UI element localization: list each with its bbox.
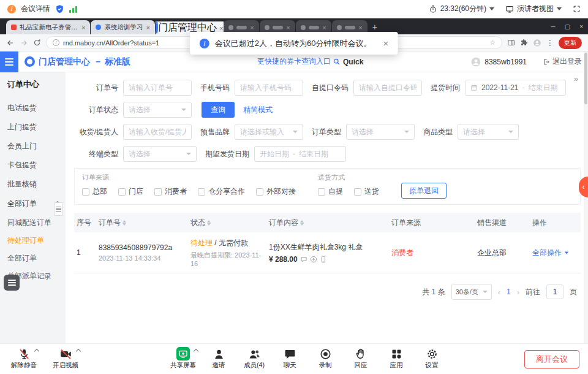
quick-search[interactable]: Quick <box>333 58 363 66</box>
sidebar-item-batch-verify[interactable]: 批量核销 <box>0 175 66 194</box>
profile-avatar[interactable] <box>533 39 541 47</box>
select-placeholder: 请选择 <box>129 105 151 115</box>
tab-close-icon[interactable]: × <box>219 25 223 32</box>
browser-menu-icon[interactable]: ⋮ <box>546 39 554 47</box>
sort-icon[interactable] <box>207 220 211 226</box>
fullscreen-button[interactable] <box>573 5 581 13</box>
sort-icon[interactable] <box>300 220 304 226</box>
goods-type-select[interactable]: 请选择 <box>458 124 519 140</box>
chat-button[interactable]: 聊天 <box>274 347 305 370</box>
forward-button[interactable] <box>20 39 28 47</box>
collapse-panel-icon[interactable]: » <box>574 74 578 83</box>
tab-close-icon[interactable]: × <box>81 24 85 31</box>
site-info-icon[interactable]: i <box>53 39 59 46</box>
sidebar-item-member-visit[interactable]: 会员上门 <box>0 137 66 156</box>
sidebar-item-door-pickup[interactable]: 上门提货 <box>0 118 66 137</box>
next-page-button[interactable]: › <box>517 288 519 297</box>
close-icon[interactable]: × <box>579 23 583 30</box>
source-checkbox-consumer[interactable]: 消费者 <box>154 186 187 197</box>
source-checkbox-external[interactable]: 外部对接 <box>256 186 296 197</box>
tab-close-icon[interactable]: × <box>322 24 326 31</box>
meeting-timer[interactable]: 23:32(60分钟) <box>429 4 494 14</box>
source-checkbox-store[interactable]: 门店 <box>118 186 143 197</box>
sidebar-drag-handle[interactable] <box>54 202 63 216</box>
source-checkbox-hq[interactable]: 总部 <box>82 186 107 197</box>
col-status[interactable]: 状态 <box>188 218 266 228</box>
sidebar-item-phone-pickup[interactable]: 电话提货 <box>0 99 66 118</box>
chrome-update-button[interactable]: 更新 <box>559 37 582 49</box>
view-mode-switch[interactable]: 演讲者视图 <box>505 4 562 14</box>
delivery-checkbox-delivery[interactable]: 送货 <box>354 186 379 197</box>
page-unit: 页 <box>570 287 577 297</box>
invite-button[interactable]: 邀请 <box>203 347 234 370</box>
share-options-caret[interactable] <box>194 349 198 354</box>
source-checkbox-warehouse-share[interactable]: 仓分享合作 <box>198 186 245 197</box>
tab-close-icon[interactable]: × <box>250 24 254 31</box>
view-caret-icon[interactable] <box>557 7 562 10</box>
goto-page-input[interactable] <box>546 284 564 299</box>
sort-icon[interactable] <box>123 220 126 226</box>
pickup-code-input[interactable] <box>353 80 422 96</box>
maximize-icon[interactable]: ▢ <box>565 23 570 30</box>
tab-close-icon[interactable]: × <box>358 24 362 31</box>
user-account[interactable]: 8385wb1991 <box>471 57 527 67</box>
receiver-input[interactable] <box>123 124 192 140</box>
pickup-date-range[interactable]: 2022-11-21 - 结束日期 <box>465 80 566 96</box>
col-content[interactable]: 订单内容 <box>266 218 389 228</box>
security-shield-icon[interactable] <box>55 2 64 16</box>
tab-label: 门店管理中心 <box>158 22 217 32</box>
table-row[interactable]: 1 83859345088979792a 2023-11-13 14:33:34… <box>74 232 581 273</box>
apps-button[interactable]: 应用 <box>381 347 412 370</box>
row-actions-dropdown[interactable]: 全部操作 <box>532 248 569 258</box>
original-order-return-button[interactable]: 原单退回 <box>401 183 447 199</box>
tab-close-icon[interactable]: × <box>146 24 149 31</box>
bookmark-star-icon[interactable]: ☆ <box>489 39 496 47</box>
side-panel-icon[interactable] <box>507 39 515 47</box>
order-no-input[interactable] <box>123 80 192 96</box>
reload-button[interactable] <box>33 39 41 47</box>
video-options-caret[interactable] <box>76 349 81 354</box>
back-button[interactable] <box>6 39 15 47</box>
order-status-select[interactable]: 请选择 <box>123 102 192 118</box>
unmute-button[interactable]: 解除静音 <box>9 347 39 370</box>
tab-close-icon[interactable]: × <box>286 24 290 31</box>
sidebar-item-card-pickup[interactable]: 卡包提货 <box>0 156 66 175</box>
record-button[interactable]: 录制 <box>310 347 341 370</box>
start-video-button[interactable]: 开启视频 <box>50 347 81 370</box>
presale-brand-select[interactable]: 请选择或输入 <box>235 124 303 140</box>
col-order-no[interactable]: 订单号 <box>96 218 188 228</box>
sidebar-item-city-delivery[interactable]: 同城配送订单 <box>0 214 66 232</box>
browser-tab-gift[interactable]: 礼品宝新电子券管理中心 × <box>6 20 90 34</box>
mic-options-caret[interactable] <box>34 349 39 354</box>
minimize-icon[interactable]: ─ <box>551 23 556 30</box>
terminal-type-select[interactable]: 请选择 <box>123 146 197 162</box>
settings-button[interactable]: 设置 <box>417 347 447 370</box>
phone-input[interactable] <box>235 80 303 96</box>
toast-close-icon[interactable]: × <box>383 38 388 48</box>
sidebar-item-all-orders[interactable]: 全部订单 <box>0 250 66 267</box>
leave-meeting-button[interactable]: 离开会议 <box>524 350 579 368</box>
current-page[interactable]: 1 <box>507 288 511 296</box>
app-menu-toggle[interactable] <box>0 52 18 72</box>
reaction-button[interactable]: 回应 <box>345 347 376 370</box>
logout-button[interactable]: 退出登录 <box>543 56 582 67</box>
page-size-select[interactable]: 30条/页 <box>451 284 492 300</box>
browser-tab-training[interactable]: 系统培训学习 × <box>91 20 154 34</box>
share-screen-button[interactable]: 共享屏幕 <box>168 347 198 370</box>
expect-ship-date-range[interactable]: 开始日期 - 结束日期 <box>254 146 346 162</box>
meeting-details-link[interactable]: 会议详情 <box>21 4 50 14</box>
search-button[interactable]: 查询 <box>202 102 235 118</box>
simple-mode-link[interactable]: 精简模式 <box>243 105 273 115</box>
scrollbar-thumb[interactable] <box>584 53 587 104</box>
timer-caret-icon[interactable] <box>489 7 494 10</box>
extensions-icon[interactable] <box>520 39 528 47</box>
meeting-info-icon[interactable]: i <box>7 5 16 13</box>
sidebar-item-pending-orders[interactable]: 待处理订单 <box>0 232 66 250</box>
page-scrollbar[interactable] <box>584 52 588 343</box>
prev-page-button[interactable]: ‹ <box>498 288 500 297</box>
members-button[interactable]: 成员(4) <box>239 347 270 370</box>
delivery-checkbox-selfpickup[interactable]: 自提 <box>318 186 343 197</box>
order-type-select[interactable]: 请选择 <box>346 124 415 140</box>
floating-list-widget[interactable] <box>4 275 20 291</box>
voucher-query-link[interactable]: 更快捷的券卡查询入口 <box>257 56 331 67</box>
